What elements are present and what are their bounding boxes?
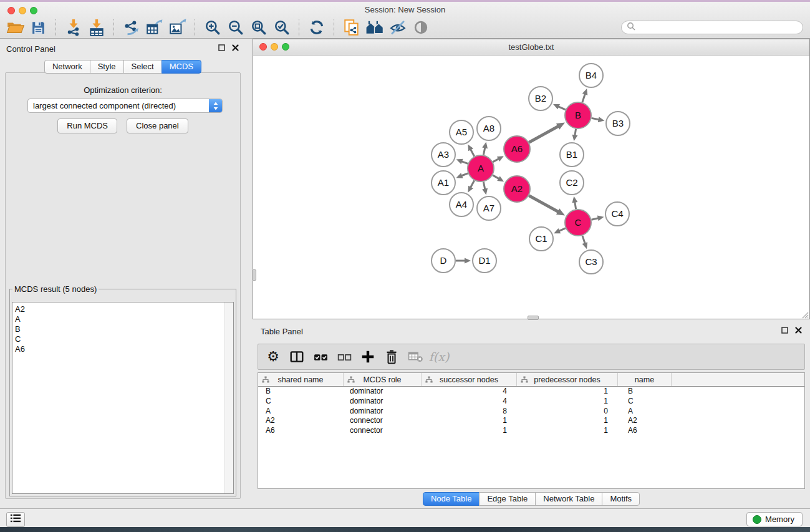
status-bar: Memory	[0, 508, 810, 527]
search-input[interactable]	[639, 22, 803, 33]
graph-node-label-A6: A6	[511, 143, 523, 154]
export-network-button[interactable]	[120, 18, 143, 37]
tab-motifs[interactable]: Motifs	[602, 492, 640, 506]
table-row[interactable]: Bdominator41B	[258, 387, 804, 397]
table-cell[interactable]: dominator	[344, 387, 422, 397]
table-cell[interactable]: 1	[517, 426, 618, 436]
tab-mcds[interactable]: MCDS	[162, 60, 201, 74]
close-panel-icon[interactable]	[794, 326, 803, 334]
task-history-button[interactable]	[6, 512, 25, 527]
table-cell[interactable]: A	[258, 407, 344, 417]
add-column-button[interactable]	[359, 347, 377, 367]
mcds-list-scrollbar[interactable]	[224, 302, 233, 493]
graph-edge-A-A5[interactable]	[470, 148, 474, 156]
table-cell[interactable]: 8	[422, 407, 517, 417]
table-cell[interactable]: A	[618, 407, 672, 417]
table-cell[interactable]: connector	[344, 426, 422, 436]
graph-edge-A6-B[interactable]	[529, 126, 559, 142]
import-table-button[interactable]	[85, 18, 108, 37]
float-panel-icon[interactable]	[218, 44, 226, 52]
criterion-dropdown[interactable]: largest connected component (directed)	[27, 99, 223, 113]
left-splitter-handle[interactable]	[252, 269, 256, 281]
show-all-button[interactable]	[409, 18, 432, 37]
table-row[interactable]: A2connector11A2	[258, 416, 804, 426]
table-cell[interactable]: 1	[517, 416, 618, 426]
tab-node-table[interactable]: Node Table	[423, 492, 480, 506]
zoom-out-button[interactable]	[224, 18, 247, 37]
close-panel-icon[interactable]	[231, 44, 239, 52]
table-cell[interactable]: connector	[344, 416, 422, 426]
tab-network-table[interactable]: Network Table	[535, 492, 602, 506]
column-header-predecessor-nodes[interactable]: predecessor nodes	[517, 373, 618, 386]
column-header-shared-name[interactable]: shared name	[258, 373, 344, 386]
deselect-all-rows-button[interactable]	[335, 347, 353, 367]
tab-select[interactable]: Select	[123, 60, 162, 74]
table-row[interactable]: Cdominator41C	[258, 397, 804, 407]
graph-edge-A2-C[interactable]	[529, 196, 559, 212]
column-visibility-button[interactable]	[288, 347, 306, 367]
first-neighbors-button[interactable]	[363, 18, 386, 37]
mcds-result-item[interactable]: C	[12, 334, 233, 344]
table-cell[interactable]: 4	[422, 387, 517, 397]
table-cell[interactable]: B	[618, 387, 672, 397]
column-header-name[interactable]: name	[618, 373, 672, 386]
zoom-in-button[interactable]	[201, 18, 224, 37]
table-cell[interactable]: A2	[258, 416, 344, 426]
table-cell[interactable]: 1	[517, 397, 618, 407]
table-settings-button[interactable]: ⚙	[264, 347, 282, 367]
zoom-selected-button[interactable]	[270, 18, 293, 37]
float-panel-icon[interactable]	[781, 326, 789, 334]
table-cell[interactable]: B	[258, 387, 344, 397]
graph-node-label-A: A	[478, 163, 484, 173]
tab-network[interactable]: Network	[44, 60, 90, 74]
save-session-button[interactable]	[27, 18, 50, 37]
table-cell[interactable]: dominator	[344, 407, 422, 417]
graph-edge-B-B2[interactable]	[557, 106, 566, 110]
export-table-button[interactable]	[143, 18, 166, 37]
table-cell[interactable]: A2	[618, 416, 672, 426]
mcds-result-item[interactable]: A	[12, 314, 233, 324]
open-file-button[interactable]	[4, 18, 27, 37]
graph-edge-A-A4[interactable]	[470, 180, 474, 188]
table-cell[interactable]: 4	[422, 397, 517, 407]
tab-style[interactable]: Style	[90, 60, 124, 74]
mcds-result-item[interactable]: A6	[12, 344, 233, 354]
table-row[interactable]: Adominator80A	[258, 407, 804, 417]
graph-node-label-C1: C1	[535, 233, 547, 244]
hide-selected-button[interactable]	[386, 18, 409, 37]
graph-node-label-A8: A8	[483, 123, 494, 133]
select-all-rows-button[interactable]	[312, 347, 329, 367]
import-network-button[interactable]	[62, 18, 85, 37]
graph-arrowhead-C-C4	[597, 216, 604, 221]
table-cell[interactable]: A6	[618, 426, 672, 436]
table-cell[interactable]: 1	[517, 387, 618, 397]
mcds-result-item[interactable]: B	[12, 324, 233, 334]
table-cell[interactable]: 0	[517, 407, 618, 417]
graph-edge-C-C3[interactable]	[582, 236, 586, 244]
table-cell[interactable]: A6	[258, 426, 344, 436]
tab-edge-table[interactable]: Edge Table	[479, 492, 536, 506]
table-cell[interactable]: 1	[422, 416, 517, 426]
resize-grip-icon[interactable]	[801, 310, 809, 318]
table-cell[interactable]: 1	[422, 426, 517, 436]
mcds-result-item[interactable]: A2	[12, 304, 233, 314]
export-image-button[interactable]	[166, 18, 189, 37]
table-cell[interactable]: dominator	[344, 397, 422, 407]
duplicate-network-button[interactable]	[340, 18, 363, 37]
table-cell[interactable]: C	[258, 397, 344, 407]
table-cell[interactable]: C	[618, 397, 672, 407]
hide-selected-icon	[389, 19, 407, 36]
import-network-icon	[65, 19, 82, 36]
column-header-MCDS-role[interactable]: MCDS role	[344, 373, 422, 386]
run-mcds-button[interactable]: Run MCDS	[57, 118, 117, 133]
refresh-layout-button[interactable]	[305, 18, 328, 37]
zoom-fit-button[interactable]	[247, 18, 270, 37]
delete-column-button[interactable]	[383, 347, 400, 367]
close-panel-button[interactable]: Close panel	[127, 118, 188, 133]
column-header-successor-nodes[interactable]: successor nodes	[422, 373, 517, 386]
network-canvas[interactable]: B4B2BB3A8A5A6A3B1AA1C2A2A4A7C4CC1C3DD1	[253, 56, 809, 319]
memory-button[interactable]: Memory	[746, 512, 803, 526]
graph-edge-B-B4[interactable]	[582, 94, 586, 103]
table-row[interactable]: A6connector11A6	[258, 426, 804, 436]
search-box[interactable]	[621, 21, 803, 34]
